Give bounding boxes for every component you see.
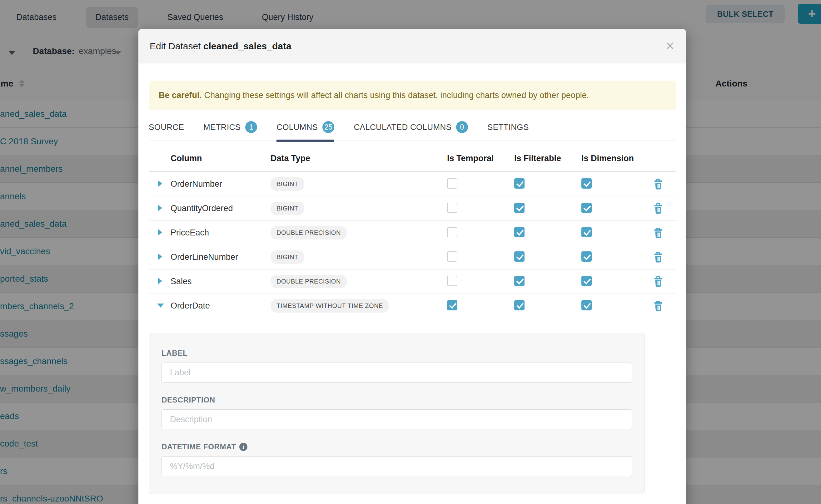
modal-header: Edit Dataset cleaned_sales_data ✕ (138, 29, 686, 63)
column-name: OrderNumber (171, 179, 270, 189)
column-name: QuantityOrdered (171, 204, 270, 213)
warning-banner: Be careful. Changing these settings will… (149, 81, 676, 110)
tab-settings[interactable]: SETTINGS (487, 121, 529, 141)
column-row: OrderNumber BIGINT (149, 172, 676, 196)
tab-calculated-columns[interactable]: CALCULATED COLUMNS 0 (353, 121, 468, 141)
warning-text: Changing these settings will affect all … (202, 91, 589, 100)
column-row: PriceEach DOUBLE PRECISION (149, 221, 676, 245)
tab-columns[interactable]: COLUMNS 25 (276, 121, 334, 141)
delete-icon[interactable] (654, 276, 663, 287)
data-type-pill: BIGINT (270, 250, 304, 264)
label-field-group: LABEL (161, 349, 632, 383)
expand-caret-icon[interactable] (158, 278, 162, 284)
description-field-group: DESCRIPTION (161, 396, 632, 429)
datetime-format-input[interactable] (161, 456, 632, 476)
column-name: Sales (171, 277, 270, 286)
is-temporal-checkbox[interactable] (447, 203, 458, 213)
is-temporal-checkbox[interactable] (447, 178, 458, 189)
is-temporal-checkbox[interactable] (447, 300, 458, 310)
is-filterable-checkbox[interactable] (514, 276, 525, 286)
delete-icon[interactable] (654, 203, 663, 214)
expand-caret-icon[interactable] (158, 205, 162, 211)
data-type-header: Data Type (270, 154, 439, 163)
is-dimension-checkbox[interactable] (581, 203, 592, 213)
column-row: QuantityOrdered BIGINT (149, 196, 676, 221)
count-badge: 1 (245, 121, 257, 133)
column-row: OrderLineNumber BIGINT (149, 245, 676, 269)
is-filterable-header: Is Filterable (507, 154, 574, 163)
data-type-pill: DOUBLE PRECISION (270, 226, 347, 240)
modal-tabs: SOURCE METRICS 1 COLUMNS 25 CALCULATED C… (149, 121, 676, 141)
is-filterable-checkbox[interactable] (514, 227, 525, 237)
is-temporal-checkbox[interactable] (447, 251, 458, 262)
is-dimension-checkbox[interactable] (581, 178, 592, 189)
description-input[interactable] (161, 409, 632, 429)
data-type-pill: BIGINT (270, 177, 304, 191)
label-field-label: LABEL (161, 349, 632, 358)
label-input[interactable] (161, 363, 632, 383)
column-name: OrderLineNumber (171, 252, 270, 262)
delete-icon[interactable] (654, 228, 663, 238)
is-dimension-header: Is Dimension (574, 154, 641, 163)
is-dimension-checkbox[interactable] (581, 251, 592, 262)
column-name: OrderDate (171, 301, 270, 311)
is-dimension-checkbox[interactable] (581, 276, 592, 286)
tab-metrics[interactable]: METRICS 1 (203, 121, 257, 141)
data-type-pill: BIGINT (270, 202, 304, 215)
warning-bold: Be careful. (159, 91, 202, 100)
delete-icon[interactable] (654, 301, 663, 311)
tab-source[interactable]: SOURCE (149, 121, 184, 141)
data-type-pill: TIMESTAMP WITHOUT TIME ZONE (270, 299, 389, 313)
expand-caret-icon[interactable] (158, 229, 162, 235)
is-filterable-checkbox[interactable] (514, 300, 525, 310)
column-header: Column (171, 154, 270, 163)
edit-dataset-modal: Edit Dataset cleaned_sales_data ✕ Be car… (138, 29, 686, 504)
dataset-name: cleaned_sales_data (203, 41, 291, 51)
delete-icon[interactable] (654, 179, 663, 190)
column-row: OrderDate TIMESTAMP WITHOUT TIME ZONE (149, 294, 676, 318)
columns-table-header: Column Data Type Is Temporal Is Filterab… (149, 145, 676, 172)
delete-icon[interactable] (654, 252, 663, 263)
expand-caret-icon[interactable] (157, 304, 164, 308)
modal-title: Edit Dataset cleaned_sales_data (150, 41, 291, 52)
data-type-pill: DOUBLE PRECISION (270, 275, 347, 288)
is-dimension-checkbox[interactable] (581, 300, 592, 310)
count-badge: 25 (322, 121, 334, 133)
datetime-format-field-group: DATETIME FORMAT i (161, 442, 632, 476)
is-filterable-checkbox[interactable] (514, 251, 525, 262)
column-row: Sales DOUBLE PRECISION (149, 269, 676, 294)
is-filterable-checkbox[interactable] (514, 178, 525, 189)
count-badge: 0 (456, 121, 468, 133)
column-name: PriceEach (171, 228, 270, 238)
expand-caret-icon[interactable] (158, 180, 162, 187)
close-icon[interactable]: ✕ (665, 41, 675, 52)
columns-table: Column Data Type Is Temporal Is Filterab… (149, 145, 676, 318)
is-dimension-checkbox[interactable] (581, 227, 592, 237)
info-icon[interactable]: i (239, 443, 247, 451)
datetime-format-field-label: DATETIME FORMAT i (161, 442, 632, 451)
is-temporal-checkbox[interactable] (447, 227, 458, 237)
is-filterable-checkbox[interactable] (514, 203, 525, 213)
column-detail-panel: LABEL DESCRIPTION DATETIME FORMAT i (149, 333, 645, 494)
description-field-label: DESCRIPTION (161, 396, 632, 404)
expand-caret-icon[interactable] (158, 254, 162, 260)
is-temporal-header: Is Temporal (439, 154, 507, 163)
is-temporal-checkbox[interactable] (447, 276, 458, 286)
